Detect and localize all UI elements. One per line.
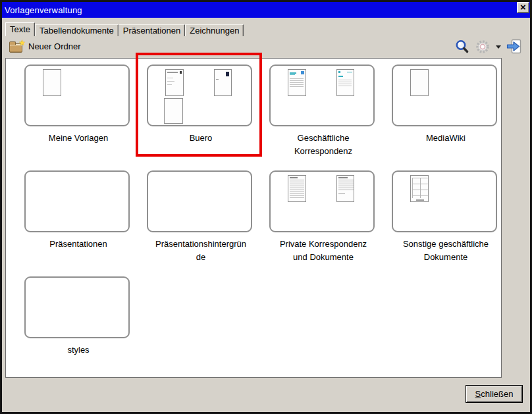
window-title: Vorlagenverwaltung	[5, 5, 82, 15]
folder-card	[269, 65, 375, 126]
new-folder-icon: ★	[9, 43, 22, 53]
folder-card	[24, 170, 130, 232]
folder-label: styles	[17, 344, 140, 357]
folder-label: Präsentationshintergründe	[140, 238, 262, 264]
title-bar: Vorlagenverwaltung	[2, 2, 530, 18]
tab-tabellendokumente[interactable]: Tabellendokumente	[35, 24, 119, 36]
folder-label: Meine Vorlagen	[17, 132, 140, 145]
folder-grid: Meine Vorlagen Buero GeschäftlicheKorres…	[24, 65, 502, 378]
close-icon[interactable]: ×	[517, 2, 529, 13]
new-folder-button[interactable]: ★ Neuer Ordner	[9, 38, 80, 54]
folder-praesentationshintergruende[interactable]: Präsentationshintergründe	[147, 170, 269, 276]
folder-buero[interactable]: Buero	[147, 65, 269, 170]
toolbar-right	[454, 39, 522, 55]
folder-styles[interactable]: styles	[24, 276, 147, 378]
folder-praesentationen[interactable]: Präsentationen	[24, 170, 147, 276]
close-button-label: chließen	[481, 389, 513, 399]
template-folder-panel: Meine Vorlagen Buero GeschäftlicheKorres…	[5, 58, 502, 378]
template-thumbnail	[410, 69, 429, 96]
folder-label: Private Korrespondenzund Dokumente	[262, 238, 385, 264]
folder-label: MediaWiki	[385, 132, 502, 145]
template-thumbnail	[336, 175, 354, 202]
folder-card	[392, 65, 497, 126]
template-thumbnail	[164, 98, 183, 124]
folder-card	[24, 65, 130, 126]
folder-private-korrespondenz-und-dokumente[interactable]: Private Korrespondenzund Dokumente	[269, 170, 392, 276]
folder-card	[147, 170, 252, 232]
star-badge-icon: ★	[18, 38, 26, 47]
template-thumbnail	[214, 69, 232, 96]
folder-label: Präsentationen	[17, 238, 140, 251]
folder-mediawiki[interactable]: MediaWiki	[392, 65, 502, 170]
template-thumbnail	[288, 69, 306, 96]
template-manager-dialog: Vorlagenverwaltung × TexteTabellendokume…	[0, 0, 532, 414]
folder-card	[269, 170, 375, 232]
schliessen-button[interactable]: Schließen	[466, 385, 523, 403]
folder-card	[147, 65, 252, 126]
template-thumbnail	[336, 69, 354, 96]
template-thumbnail	[410, 175, 429, 202]
folder-card	[24, 276, 130, 338]
folder-label: Sonstige geschäftlicheDokumente	[385, 238, 502, 264]
gear-icon[interactable]	[475, 39, 491, 55]
folder-meine-vorlagen[interactable]: Meine Vorlagen	[24, 65, 147, 170]
folder-card	[392, 170, 497, 232]
folder-label: Buero	[140, 132, 262, 145]
folder-sonstige-geschaeftliche-dokumente[interactable]: Sonstige geschäftlicheDokumente	[392, 170, 502, 276]
import-template-icon[interactable]	[506, 39, 522, 55]
folder-label: GeschäftlicheKorrespondenz	[262, 132, 385, 158]
tab-zeichnungen[interactable]: Zeichnungen	[185, 24, 244, 36]
template-thumbnail	[43, 69, 61, 96]
tab-strip: TexteTabellendokumentePräsentationenZeic…	[5, 22, 244, 36]
close-button-accel: S	[475, 389, 481, 399]
search-icon[interactable]	[454, 39, 470, 55]
tab-texte[interactable]: Texte	[5, 22, 35, 36]
template-thumbnail	[288, 175, 306, 202]
folder-geschaeftliche-korrespondenz[interactable]: GeschäftlicheKorrespondenz	[269, 65, 392, 170]
tab-präsentationen[interactable]: Präsentationen	[119, 24, 185, 36]
template-thumbnail	[165, 69, 184, 96]
new-folder-label: Neuer Ordner	[28, 41, 80, 51]
dropdown-arrow-icon[interactable]	[496, 45, 501, 49]
